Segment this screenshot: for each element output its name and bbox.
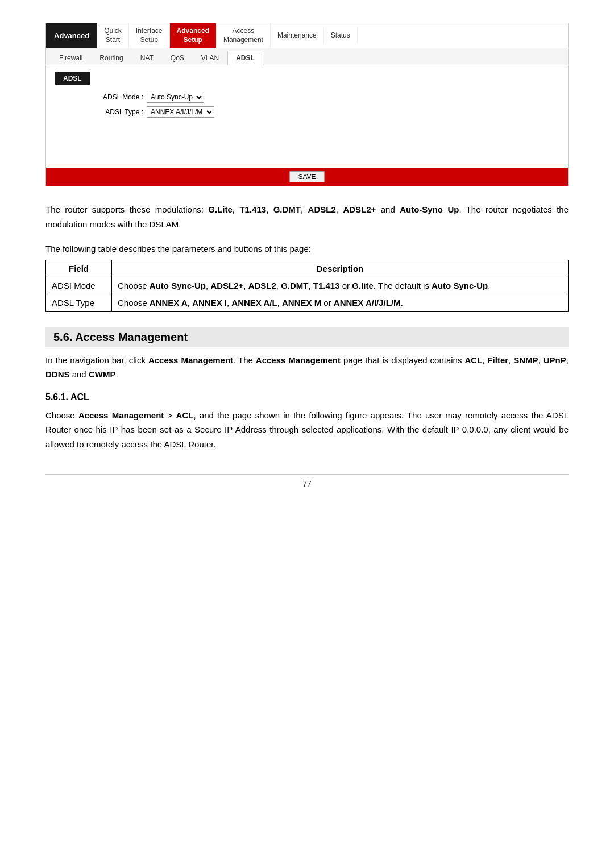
router-ui: Advanced Quick Start Interface Setup Adv… [45, 23, 569, 186]
desc-adsl-mode: Choose Auto Sync-Up, ADSL2+, ADSL2, G.DM… [111, 277, 568, 294]
section-56-title: 5.6. Access Management [53, 331, 561, 344]
section-561-block: 5.6.1. ACL Choose Access Management > AC… [45, 392, 569, 452]
section-56-para: In the navigation bar, click Access Mana… [45, 353, 569, 382]
col-field: Field [46, 260, 112, 277]
subtab-firewall[interactable]: Firewall [51, 51, 91, 65]
subtab-qos[interactable]: QoS [162, 51, 193, 65]
nav-bar: Advanced Quick Start Interface Setup Adv… [46, 23, 568, 48]
page-number: 77 [302, 479, 312, 488]
router-content: ADSL ADSL Mode : Auto Sync-Up ADSL2+ ADS… [46, 65, 568, 168]
table-row: ADSL Type Choose ANNEX A, ANNEX I, ANNEX… [46, 294, 569, 311]
sub-nav: Firewall Routing NAT QoS VLAN ADSL [46, 48, 568, 65]
section-56-heading-box: 5.6. Access Management [45, 327, 569, 347]
adsl-type-label: ADSL Type : [101, 108, 143, 116]
save-bar: SAVE [46, 168, 568, 186]
col-description: Description [111, 260, 568, 277]
adsl-mode-row: ADSL Mode : Auto Sync-Up ADSL2+ ADSL2 G.… [101, 92, 559, 103]
subtab-vlan[interactable]: VLAN [193, 51, 227, 65]
nav-item-interface[interactable]: Interface Setup [129, 23, 170, 48]
save-button[interactable]: SAVE [289, 171, 324, 182]
subtab-nat[interactable]: NAT [132, 51, 162, 65]
field-adsl-type: ADSL Type [46, 294, 112, 311]
adsl-type-row: ADSL Type : ANNEX A/I/J/L/M ANNEX A ANNE… [101, 106, 559, 118]
para-modulations: The router supports these modulations: G… [45, 202, 569, 231]
nav-advanced-label: Advanced [46, 23, 97, 48]
nav-items: Quick Start Interface Setup Advanced Set… [97, 23, 568, 48]
nav-item-quickstart[interactable]: Quick Start [97, 23, 129, 48]
adsl-mode-select[interactable]: Auto Sync-Up ADSL2+ ADSL2 G.DMT T1.413 G… [147, 92, 204, 103]
section-561-title: 5.6.1. ACL [45, 392, 569, 402]
parameters-table: Field Description ADSI Mode Choose Auto … [45, 260, 569, 312]
section-561-para: Choose Access Management > ACL, and the … [45, 408, 569, 452]
desc-adsl-type: Choose ANNEX A, ANNEX I, ANNEX A/L, ANNE… [111, 294, 568, 311]
nav-item-access[interactable]: Access Management [217, 23, 271, 48]
table-intro: The following table describes the parame… [45, 242, 569, 256]
table-row: ADSI Mode Choose Auto Sync-Up, ADSL2+, A… [46, 277, 569, 294]
field-adsl-mode: ADSI Mode [46, 277, 112, 294]
adsl-mode-label: ADSL Mode : [101, 93, 143, 101]
nav-item-maintenance[interactable]: Maintenance [271, 28, 324, 44]
subtab-routing[interactable]: Routing [91, 51, 131, 65]
page-footer: 77 [45, 474, 569, 488]
adsl-type-select[interactable]: ANNEX A/I/J/L/M ANNEX A ANNEX I ANNEX A/… [147, 106, 214, 118]
nav-item-status[interactable]: Status [324, 28, 358, 44]
nav-item-advanced[interactable]: Advanced Setup [170, 23, 217, 48]
subtab-adsl[interactable]: ADSL [227, 51, 263, 65]
adsl-section-header: ADSL [55, 72, 90, 85]
